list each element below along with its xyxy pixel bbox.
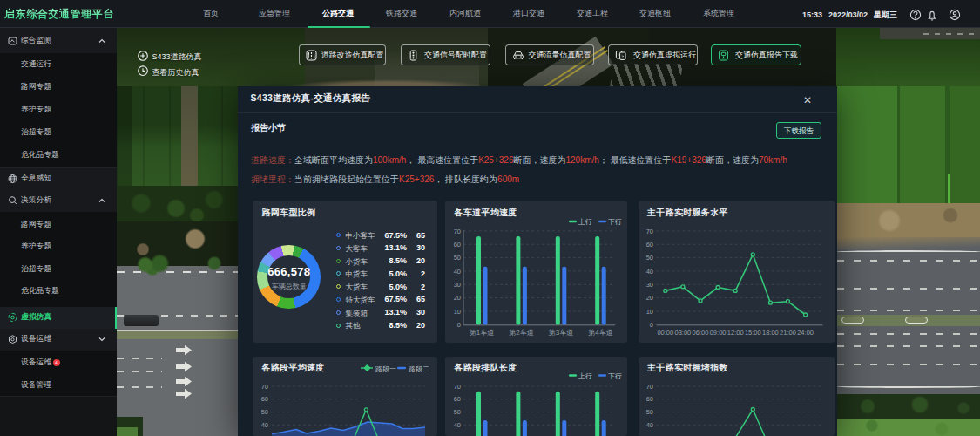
svg-text:20: 20	[454, 294, 461, 302]
svg-text:06:00: 06:00	[692, 329, 708, 337]
svg-text:40: 40	[261, 420, 268, 428]
svg-text:第1车道: 第1车道	[470, 329, 494, 337]
svg-text:第4车道: 第4车道	[588, 329, 612, 337]
svg-text:40: 40	[645, 268, 652, 276]
svg-text:0: 0	[649, 321, 652, 329]
svg-text:60: 60	[645, 395, 652, 403]
svg-text:30: 30	[645, 281, 652, 289]
svg-text:60: 60	[454, 241, 461, 249]
svg-text:50: 50	[454, 254, 461, 262]
svg-text:40: 40	[454, 420, 461, 428]
svg-text:40: 40	[454, 268, 461, 276]
svg-text:60: 60	[645, 241, 652, 249]
svg-text:路段一: 路段一	[375, 364, 396, 372]
svg-text:0: 0	[457, 321, 461, 329]
svg-text:60: 60	[261, 395, 268, 403]
svg-text:00:00: 00:00	[657, 329, 673, 337]
svg-text:70: 70	[454, 382, 461, 390]
svg-text:40: 40	[645, 420, 652, 428]
svg-text:第3车道: 第3车道	[549, 329, 573, 337]
svg-text:20: 20	[645, 294, 652, 302]
svg-text:15:00: 15:00	[744, 329, 760, 337]
svg-text:50: 50	[645, 254, 652, 262]
svg-text:第2车道: 第2车道	[509, 329, 533, 337]
svg-text:60: 60	[454, 395, 461, 403]
svg-text:上行: 上行	[578, 218, 592, 226]
svg-text:30: 30	[454, 281, 461, 289]
svg-text:70: 70	[645, 382, 652, 390]
svg-text:10: 10	[454, 308, 461, 316]
svg-text:70: 70	[645, 228, 652, 235]
svg-text:50: 50	[261, 408, 268, 416]
svg-text:70: 70	[261, 382, 268, 390]
svg-text:09:00: 09:00	[709, 329, 726, 337]
svg-text:70: 70	[454, 228, 461, 235]
svg-text:上行: 上行	[578, 371, 592, 379]
svg-text:21:00: 21:00	[780, 329, 796, 337]
svg-text:下行: 下行	[608, 371, 622, 379]
svg-text:路段二: 路段二	[409, 364, 429, 372]
svg-text:18:00: 18:00	[762, 329, 779, 337]
svg-text:03:00: 03:00	[674, 329, 691, 337]
svg-text:50: 50	[454, 408, 461, 416]
svg-text:50: 50	[645, 408, 652, 416]
svg-text:10: 10	[645, 308, 652, 316]
svg-text:24:00: 24:00	[797, 329, 814, 337]
svg-text:下行: 下行	[608, 218, 622, 226]
svg-text:12:00: 12:00	[727, 329, 743, 337]
